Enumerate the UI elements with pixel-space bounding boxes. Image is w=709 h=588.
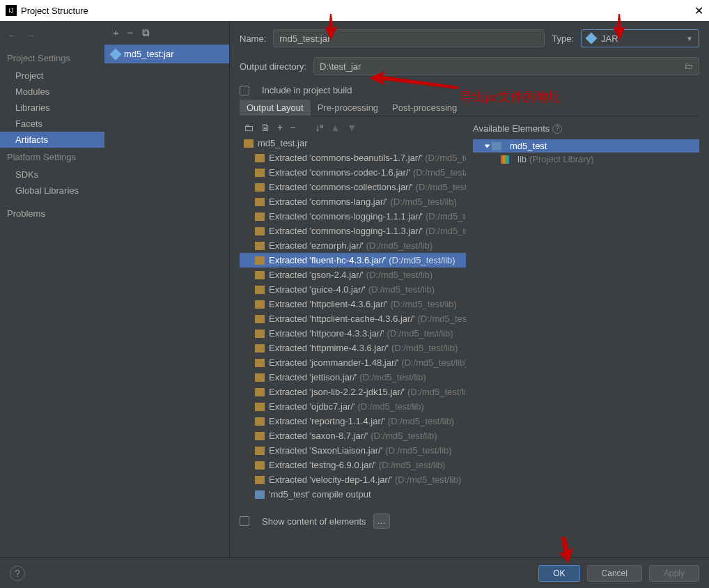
artifact-item[interactable]: md5_test:jar <box>104 45 229 63</box>
tree-item[interactable]: Extracted 'httpclient-cache-4.3.6.jar/'(… <box>240 311 466 326</box>
add-copy-icon[interactable]: + <box>277 122 283 133</box>
extracted-icon <box>255 359 265 367</box>
include-build-checkbox[interactable] <box>240 86 249 95</box>
tree-item[interactable]: Extracted 'reportng-1.1.4.jar/'(D:/md5_t… <box>240 414 466 428</box>
output-tree[interactable]: md5_test.jarExtracted 'commons-beanutils… <box>240 136 466 509</box>
tree-item[interactable]: Extracted 'commons-logging-1.1.1.jar/'(D… <box>240 209 466 224</box>
tree-item[interactable]: Extracted 'testng-6.9.0.jar/'(D:/md5_tes… <box>240 458 466 472</box>
tab-pre-processing[interactable]: Pre-processing <box>311 100 385 116</box>
tree-item[interactable]: Extracted 'SaxonLiaison.jar/'(D:/md5_tes… <box>240 443 466 458</box>
tree-item[interactable]: Extracted 'json-lib-2.2.2-jdk15.jar/'(D:… <box>240 385 466 399</box>
extracted-icon <box>255 183 265 192</box>
new-folder-icon[interactable]: 🗀 <box>244 122 254 133</box>
module-icon <box>492 142 501 150</box>
app-icon: IJ <box>6 5 17 16</box>
available-lib[interactable]: lib (Project Library) <box>473 153 699 166</box>
tree-item[interactable]: Extracted 'httpcore-4.3.3.jar/'(D:/md5_t… <box>240 326 466 341</box>
apply-button[interactable]: Apply <box>649 565 699 582</box>
tree-root[interactable]: md5_test.jar <box>240 136 466 150</box>
tree-item[interactable]: Extracted 'httpclient-4.3.6.jar/'(D:/md5… <box>240 297 466 311</box>
type-select[interactable]: JAR ▼ <box>581 29 699 47</box>
extracted-icon <box>255 154 265 162</box>
extracted-icon <box>255 432 265 440</box>
show-content-checkbox[interactable] <box>240 516 249 526</box>
extracted-icon <box>255 403 265 411</box>
tree-item[interactable]: Extracted 'httpmime-4.3.6.jar/'(D:/md5_t… <box>240 341 466 355</box>
down-icon[interactable]: ▼ <box>347 122 357 133</box>
tree-item[interactable]: Extracted 'commons-logging-1.1.3.jar/'(D… <box>240 224 466 238</box>
library-icon <box>501 155 509 164</box>
name-label: Name: <box>240 33 266 44</box>
extracted-icon <box>255 256 265 265</box>
up-icon[interactable]: ▲ <box>330 122 340 133</box>
output-value[interactable]: D:\test_jar <box>320 61 680 72</box>
add-icon[interactable]: + <box>113 26 119 39</box>
tree-item[interactable]: Extracted 'ojdbc7.jar/'(D:/md5_test/lib) <box>240 399 466 414</box>
copy-icon[interactable]: ⧉ <box>142 26 150 39</box>
remove-icon[interactable]: − <box>127 26 134 39</box>
type-label: Type: <box>552 33 574 44</box>
nav-artifacts[interactable]: Artifacts <box>0 132 104 148</box>
output-label: Output directory: <box>240 61 306 72</box>
archive-icon <box>244 139 254 148</box>
extracted-icon <box>255 461 265 470</box>
tree-item[interactable]: Extracted 'commons-collections.jar/'(D:/… <box>240 180 466 194</box>
tree-item[interactable]: Extracted 'gson-2.4.jar/'(D:/md5_test/li… <box>240 268 466 282</box>
forward-icon[interactable]: → <box>25 29 36 42</box>
expand-selection-button[interactable]: … <box>373 513 390 529</box>
platform-settings-header: Platform Settings <box>0 148 104 167</box>
help-tip-icon[interactable]: ? <box>552 124 562 134</box>
available-lib-label: lib <box>517 154 527 164</box>
window-title: Project Structure <box>21 6 88 16</box>
tree-item[interactable]: Extracted 'guice-4.0.jar/'(D:/md5_test/l… <box>240 282 466 297</box>
available-header: Available Elements <box>473 123 550 134</box>
help-button[interactable]: ? <box>10 566 25 581</box>
ok-button[interactable]: OK <box>538 565 579 582</box>
tab-output-layout[interactable]: Output Layout <box>240 100 311 116</box>
extracted-icon <box>255 447 265 455</box>
nav-libraries[interactable]: Libraries <box>0 100 104 116</box>
new-archive-icon[interactable]: 🗎 <box>260 122 270 133</box>
tree-item[interactable]: Extracted 'commons-lang.jar/'(D:/md5_tes… <box>240 194 466 209</box>
extracted-icon <box>255 242 265 250</box>
available-module[interactable]: md5_test <box>473 139 699 153</box>
remove-item-icon[interactable]: − <box>290 122 295 133</box>
nav-problems[interactable]: Problems <box>0 206 104 222</box>
tree-item[interactable]: Extracted 'fluent-hc-4.3.6.jar/'(D:/md5_… <box>240 253 466 268</box>
cancel-button[interactable]: Cancel <box>587 565 642 582</box>
include-build-label: Include in project build <box>262 85 352 95</box>
extracted-icon <box>255 286 265 294</box>
tree-item[interactable]: Extracted 'velocity-dep-1.4.jar/'(D:/md5… <box>240 472 466 487</box>
tree-item[interactable]: Extracted 'commons-beanutils-1.7.jar/'(D… <box>240 150 466 165</box>
nav-modules[interactable]: Modules <box>0 84 104 100</box>
extracted-icon <box>255 417 265 426</box>
tree-item[interactable]: Extracted 'ezmorph.jar/'(D:/md5_test/lib… <box>240 238 466 253</box>
project-settings-header: Project Settings <box>0 49 104 68</box>
nav-global-libraries[interactable]: Global Libraries <box>0 183 104 199</box>
tree-item[interactable]: 'md5_test' compile output <box>240 487 466 502</box>
tree-item[interactable]: Extracted 'saxon-8.7.jar/'(D:/md5_test/l… <box>240 428 466 443</box>
extracted-icon <box>255 227 265 235</box>
extracted-icon <box>255 169 265 177</box>
name-input[interactable] <box>273 29 545 47</box>
sort-icon[interactable]: ↓ᵃ <box>315 122 323 133</box>
nav-facets[interactable]: Facets <box>0 116 104 132</box>
back-icon[interactable]: ← <box>7 29 18 42</box>
tree-item[interactable]: Extracted 'jcommander-1.48.jar/'(D:/md5_… <box>240 355 466 370</box>
available-module-label: md5_test <box>510 141 547 151</box>
close-icon[interactable]: ✕ <box>694 4 703 17</box>
artifact-item-label: md5_test:jar <box>124 49 174 59</box>
browse-icon[interactable]: 🗁 <box>685 61 693 71</box>
nav-project[interactable]: Project <box>0 68 104 84</box>
tree-item[interactable]: Extracted 'jettison.jar/'(D:/md5_test/li… <box>240 370 466 385</box>
tree-item[interactable]: Extracted 'commons-codec-1.6.jar/'(D:/md… <box>240 165 466 180</box>
tab-post-processing[interactable]: Post-processing <box>385 100 464 116</box>
extracted-icon <box>255 344 265 353</box>
type-value: JAR <box>601 33 618 44</box>
nav-sdks[interactable]: SDKs <box>0 167 104 183</box>
extracted-icon <box>255 212 265 221</box>
extracted-icon <box>255 330 265 338</box>
extracted-icon <box>255 300 265 309</box>
chevron-down-icon: ▼ <box>686 35 693 42</box>
extracted-icon <box>255 388 265 396</box>
